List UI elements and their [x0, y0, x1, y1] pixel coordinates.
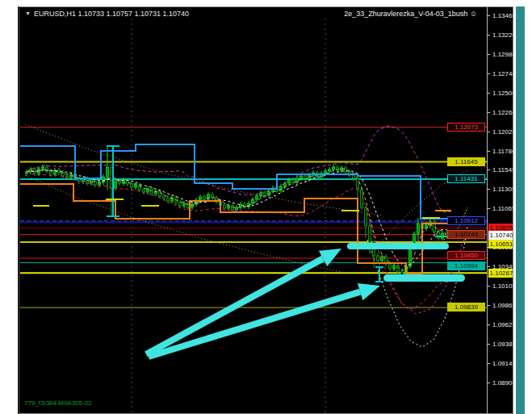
- candle-body: [167, 199, 170, 201]
- axis-tick: 1.11545: [488, 166, 513, 174]
- candle-body: [329, 169, 331, 171]
- axis-tick: 1.12020: [488, 128, 513, 136]
- price-axis[interactable]: 1.134601.132201.129801.127401.125001.122…: [487, 7, 513, 414]
- candle-body: [353, 175, 355, 178]
- axis-tick: 1.09865: [488, 302, 513, 309]
- level-label-1.10743[interactable]: 1.10743: [447, 230, 485, 239]
- level-label-1.11645[interactable]: 1.11645: [447, 157, 485, 166]
- candle-body: [260, 193, 262, 196]
- candle-body: [131, 184, 133, 187]
- candle-body: [159, 191, 161, 196]
- candle-body: [147, 189, 149, 192]
- candle-body: [203, 197, 206, 199]
- axis-tick: 1.09625: [488, 321, 513, 328]
- axis-tick: 1.09145: [488, 360, 513, 367]
- candle-body: [115, 182, 117, 188]
- candle-body: [135, 185, 137, 187]
- candle-body: [90, 181, 93, 183]
- chart-dropdown-icon[interactable]: ▼: [25, 10, 31, 16]
- page-background-stripe: [516, 6, 525, 414]
- axis-highlight-1.10267: 1.10267: [488, 269, 513, 278]
- annotation-arrow-head[interactable]: [358, 283, 380, 300]
- axis-tick: 1.12260: [488, 109, 513, 116]
- watermark-text: 779_f3r3ll4-M9A305-02: [24, 399, 92, 407]
- candle-body: [50, 171, 52, 174]
- axis-tick: 1.12980: [488, 51, 513, 58]
- axis-tick: 1.10105: [488, 282, 513, 290]
- chart-titlebar: ▼ EURUSD,H1 1.10733 1.10757 1.10731 1.10…: [20, 8, 513, 19]
- candle-body: [183, 203, 186, 206]
- highlight-bar[interactable]: [347, 243, 449, 249]
- level-label-1.10394[interactable]: 1.10394: [447, 261, 485, 270]
- band-lower: [27, 172, 450, 309]
- candle-body: [163, 196, 165, 199]
- level-label-1.10450[interactable]: 1.10450: [447, 251, 485, 260]
- candle-body: [199, 197, 202, 200]
- candle-body: [224, 205, 226, 208]
- candle-body: [256, 196, 258, 199]
- candle-body: [232, 206, 234, 210]
- candle-body: [264, 193, 266, 195]
- chart-canvas[interactable]: [20, 7, 513, 413]
- candle-body: [393, 266, 396, 269]
- band-upper: [27, 126, 450, 212]
- indicator-title: 2e_33_Zhuravlerezka_V-04-03_1bush ☺: [344, 10, 513, 18]
- candle-body: [228, 206, 230, 208]
- axis-tick: 1.13220: [488, 31, 513, 39]
- candle-body: [107, 167, 109, 177]
- candle-body: [179, 203, 182, 206]
- axis-tick: 1.11065: [488, 205, 513, 212]
- candle-body: [369, 226, 371, 242]
- level-label-1.11431[interactable]: 1.11431: [447, 174, 485, 183]
- chart-window[interactable]: ▼ EURUSD,H1 1.10733 1.10757 1.10731 1.10…: [18, 6, 513, 414]
- axis-tick: 1.11305: [488, 186, 513, 193]
- level-label-1.10912[interactable]: 1.10912: [447, 216, 485, 225]
- symbol-ohlc-label: EURUSD,H1 1.10733 1.10757 1.10731 1.1074…: [34, 10, 189, 18]
- axis-tick: 1.08905: [488, 379, 513, 387]
- page: ▼ EURUSD,H1 1.10733 1.10757 1.10731 1.10…: [0, 0, 532, 414]
- candle-body: [66, 176, 69, 178]
- candle-body: [236, 207, 238, 210]
- axis-tick: 1.12740: [488, 70, 513, 77]
- level-label-1.09839[interactable]: 1.09839: [447, 303, 485, 312]
- ma-fast: [27, 169, 450, 270]
- axis-tick: 1.11780: [488, 148, 513, 155]
- candle-body: [143, 190, 145, 192]
- level-label-1.12073[interactable]: 1.12073: [447, 123, 485, 132]
- candle-body: [377, 256, 379, 261]
- candle-body: [119, 182, 121, 183]
- highlight-bar[interactable]: [383, 274, 465, 282]
- annotation-arrow-shaft[interactable]: [149, 292, 360, 357]
- candle-body: [389, 264, 392, 269]
- ma-mid: [27, 170, 450, 266]
- chart-drawing-group: [20, 19, 487, 413]
- axis-highlight-1.10651: 1.10651: [488, 240, 513, 249]
- candle-body: [42, 167, 44, 169]
- candle-body: [417, 224, 420, 234]
- axis-highlight-1.10740: 1.10740: [488, 231, 513, 240]
- candle-body: [300, 176, 303, 178]
- candle-body: [292, 180, 295, 182]
- candle-body: [333, 167, 335, 169]
- axis-tick: 1.09385: [488, 341, 513, 348]
- axis-tick: 1.12500: [488, 90, 513, 97]
